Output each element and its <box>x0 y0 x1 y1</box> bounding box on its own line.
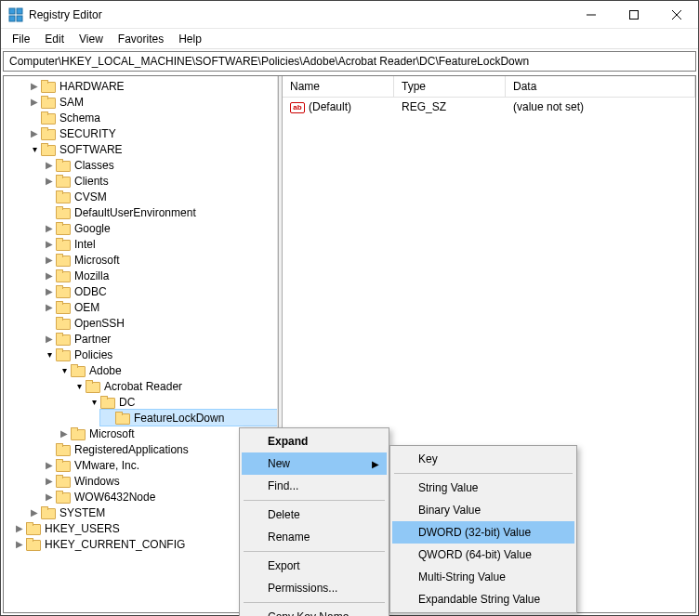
chevron-right-icon[interactable]: ▶ <box>43 175 56 188</box>
close-button[interactable] <box>655 1 698 29</box>
chevron-right-icon[interactable]: ▶ <box>43 475 56 488</box>
tree-item-openssh[interactable]: ▶OpenSSH <box>41 315 277 331</box>
chevron-right-icon[interactable]: ▶ <box>43 333 56 346</box>
tree-label: OpenSSH <box>74 317 125 330</box>
submenu-key[interactable]: Key <box>392 448 574 470</box>
submenu-dword-value[interactable]: DWORD (32-bit) Value <box>392 521 574 544</box>
ctx-copy-key-name[interactable]: Copy Key Name <box>242 606 387 616</box>
tree-item-oem[interactable]: ▶OEM <box>41 299 277 315</box>
submenu-multistring-value[interactable]: Multi-String Value <box>392 566 574 588</box>
tree-item-microsoft[interactable]: ▶Microsoft <box>41 252 277 268</box>
chevron-right-icon[interactable]: ▶ <box>43 285 56 298</box>
value-name-cell: ab(Default) <box>283 99 394 114</box>
tree-label: RegisteredApplications <box>74 443 189 456</box>
tree-label: ODBC <box>74 285 107 298</box>
chevron-right-icon[interactable]: ▶ <box>43 254 56 267</box>
ctx-permissions[interactable]: Permissions... <box>242 577 387 599</box>
folder-icon <box>41 506 56 519</box>
tree-item-due[interactable]: ▶DefaultUserEnvironment <box>41 204 277 220</box>
column-header-name[interactable]: Name <box>283 76 394 97</box>
tree-item-sam[interactable]: ▶SAM <box>26 94 277 110</box>
tree-item-hkey-users[interactable]: ▶HKEY_USERS <box>11 520 277 536</box>
chevron-down-icon[interactable]: ▾ <box>43 348 56 361</box>
chevron-down-icon[interactable]: ▾ <box>87 396 100 409</box>
folder-icon <box>56 254 71 267</box>
folder-icon <box>56 269 71 282</box>
tree-item-hkey-current-config[interactable]: ▶HKEY_CURRENT_CONFIG <box>11 536 277 552</box>
submenu-qword-value[interactable]: QWORD (64-bit) Value <box>392 544 574 566</box>
chevron-right-icon[interactable]: ▶ <box>43 459 56 472</box>
menu-favorites[interactable]: Favorites <box>111 31 171 47</box>
maximize-button[interactable] <box>613 1 655 29</box>
svg-rect-3 <box>17 16 22 21</box>
value-data-cell: (value not set) <box>506 99 695 114</box>
tree-item-schema[interactable]: ▶Schema <box>26 110 277 125</box>
chevron-down-icon[interactable]: ▾ <box>58 364 71 377</box>
list-row[interactable]: ab(Default) REG_SZ (value not set) <box>283 98 695 116</box>
tree-item-partner[interactable]: ▶Partner <box>41 331 277 347</box>
separator <box>244 500 385 501</box>
tree-label: HKEY_USERS <box>45 522 120 535</box>
chevron-down-icon[interactable]: ▾ <box>28 143 41 156</box>
submenu-expandable-string-value[interactable]: Expandable String Value <box>392 588 574 610</box>
submenu-string-value[interactable]: String Value <box>392 477 574 499</box>
tree-item-intel[interactable]: ▶Intel <box>41 236 277 252</box>
ctx-new[interactable]: New▶ <box>242 452 387 475</box>
minimize-button[interactable] <box>570 1 613 29</box>
ctx-expand[interactable]: Expand <box>242 430 387 452</box>
folder-icon <box>56 348 71 361</box>
tree-item-hardware[interactable]: ▶HARDWARE <box>26 78 277 94</box>
folder-icon <box>56 301 71 314</box>
address-input[interactable] <box>7 54 692 69</box>
tree-item-adobe[interactable]: ▾Adobe <box>56 362 277 378</box>
chevron-right-icon[interactable]: ▶ <box>28 506 41 519</box>
ctx-find[interactable]: Find... <box>242 475 387 497</box>
chevron-right-icon[interactable]: ▶ <box>43 491 56 504</box>
chevron-right-icon[interactable]: ▶ <box>43 222 56 235</box>
separator <box>394 473 573 474</box>
menu-file[interactable]: File <box>5 31 37 47</box>
chevron-right-icon[interactable]: ▶ <box>43 238 56 251</box>
chevron-right-icon[interactable]: ▶ <box>43 301 56 314</box>
address-bar[interactable] <box>3 51 696 72</box>
tree-item-featurelockdown[interactable]: ▶FeatureLockDown <box>100 410 277 426</box>
tree-label: Mozilla <box>74 269 109 282</box>
tree-item-classes[interactable]: ▶Classes <box>41 157 277 173</box>
ctx-export[interactable]: Export <box>242 555 387 577</box>
tree-item-dc[interactable]: ▾DC <box>86 394 277 410</box>
chevron-right-icon: ▶ <box>372 459 379 469</box>
menu-help[interactable]: Help <box>171 31 209 47</box>
chevron-right-icon[interactable]: ▶ <box>28 96 41 109</box>
tree-item-clients[interactable]: ▶Clients <box>41 173 277 189</box>
column-header-type[interactable]: Type <box>394 76 506 97</box>
svg-rect-1 <box>17 8 22 14</box>
tree-item-acrobat-reader[interactable]: ▾Acrobat Reader <box>71 378 277 394</box>
ctx-delete[interactable]: Delete <box>242 504 387 526</box>
tree-item-security[interactable]: ▶SECURITY <box>26 125 277 141</box>
tree-item-google[interactable]: ▶Google <box>41 220 277 236</box>
chevron-right-icon[interactable]: ▶ <box>58 427 71 440</box>
chevron-right-icon[interactable]: ▶ <box>13 522 26 535</box>
tree-item-mozilla[interactable]: ▶Mozilla <box>41 268 277 283</box>
column-header-data[interactable]: Data <box>506 76 695 97</box>
tree-item-cvsm[interactable]: ▶CVSM <box>41 189 277 204</box>
value-type-cell: REG_SZ <box>394 99 506 114</box>
submenu-binary-value[interactable]: Binary Value <box>392 499 574 521</box>
chevron-right-icon[interactable]: ▶ <box>28 80 41 93</box>
chevron-down-icon[interactable]: ▾ <box>73 380 86 393</box>
tree-item-odbc[interactable]: ▶ODBC <box>41 283 277 299</box>
chevron-right-icon[interactable]: ▶ <box>13 538 26 551</box>
chevron-right-icon[interactable]: ▶ <box>43 159 56 172</box>
menu-view[interactable]: View <box>72 31 111 47</box>
tree-label: Microsoft <box>74 254 120 267</box>
tree-pane[interactable]: ▶HARDWARE ▶SAM ▶Schema ▶SECURITY ▾SOFTWA… <box>4 76 278 612</box>
menu-edit[interactable]: Edit <box>37 31 72 47</box>
chevron-right-icon[interactable]: ▶ <box>43 269 56 282</box>
tree-item-policies[interactable]: ▾Policies <box>41 347 277 362</box>
tree-label: SYSTEM <box>59 506 105 519</box>
ctx-rename[interactable]: Rename <box>242 526 387 548</box>
chevron-right-icon[interactable]: ▶ <box>28 127 41 140</box>
folder-icon <box>56 238 71 251</box>
tree-item-software[interactable]: ▾SOFTWARE <box>26 141 277 157</box>
app-icon <box>8 7 23 22</box>
